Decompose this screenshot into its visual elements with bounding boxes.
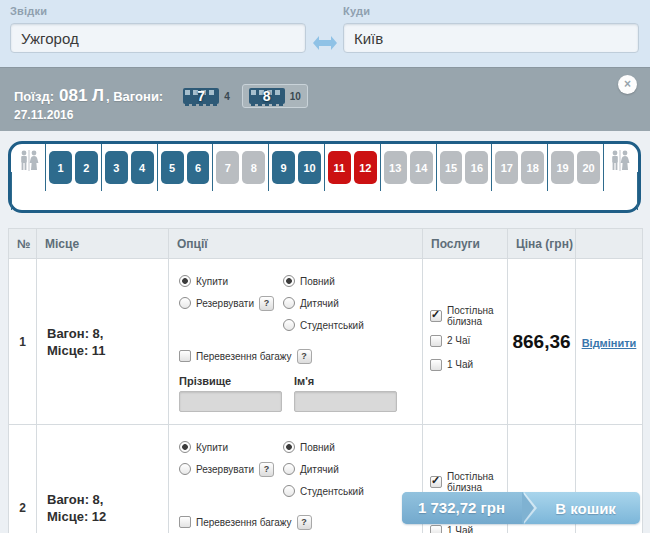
route-section: Звідки Куди	[0, 0, 650, 67]
seat-5[interactable]: 5	[161, 151, 184, 184]
compartment: 9 10	[268, 144, 324, 191]
wagon-free-seats: 10	[290, 91, 301, 102]
booking-table: № Місце Опції Послуги Ціна (грн) 1 Вагон…	[8, 228, 643, 533]
from-input[interactable]	[10, 23, 306, 53]
compartment: 17 18	[491, 144, 547, 191]
seat-20: 20	[577, 151, 600, 184]
seat-1[interactable]: 1	[49, 151, 72, 184]
travel-date: 27.11.2016	[14, 108, 73, 122]
baggage-help-icon[interactable]: ?	[297, 515, 312, 530]
row-services: ✓ Постільна білизна ✓ 2 Чаї ✓ 1 Чай	[423, 259, 508, 425]
seat-10[interactable]: 10	[298, 151, 321, 184]
compartment: 3 4	[101, 144, 157, 191]
cart-widget: 1 732,72 грн В кошик	[402, 492, 640, 524]
wagon-vestibule-right	[604, 144, 638, 210]
child-fare-label: Дитячий	[300, 298, 339, 309]
one-tea-checkbox[interactable]	[430, 525, 442, 533]
full-fare-radio[interactable]	[283, 441, 295, 453]
firstname-input[interactable]	[294, 391, 397, 412]
close-icon[interactable]: ×	[618, 75, 637, 94]
reserve-label: Резервувати	[196, 298, 254, 309]
compartment: 7 8	[212, 144, 268, 191]
buy-label: Купити	[196, 276, 228, 287]
total-price: 1 732,72 грн	[402, 492, 523, 524]
child-fare-radio[interactable]	[283, 297, 295, 309]
student-fare-label: Студентський	[300, 320, 364, 331]
one-tea-label: 1 Чай	[447, 525, 473, 533]
surname-label: Прізвище	[179, 375, 282, 387]
wc-icon	[610, 150, 630, 172]
to-field-group: Куди	[343, 5, 639, 53]
cancel-link[interactable]: Відмінити	[582, 337, 637, 349]
header-place: Місце	[37, 229, 169, 259]
header-price: Ціна (грн)	[508, 229, 576, 259]
baggage-checkbox[interactable]	[179, 350, 191, 362]
train-info-bar: Поїзд: 081 Л , Вагони: 7 4 8 10 27.11.20…	[0, 67, 650, 131]
full-fare-radio[interactable]	[283, 275, 295, 287]
baggage-checkbox[interactable]	[179, 516, 191, 528]
buy-radio[interactable]	[179, 275, 191, 287]
reserve-help-icon[interactable]: ?	[259, 296, 274, 311]
seat-6[interactable]: 6	[187, 151, 210, 184]
add-to-cart-button[interactable]: В кошик	[523, 492, 640, 524]
two-teas-checkbox[interactable]	[430, 335, 442, 347]
compartment: 19 20	[547, 144, 604, 191]
header-options: Опції	[169, 229, 423, 259]
seat-9[interactable]: 9	[272, 151, 295, 184]
one-tea-label: 1 Чай	[447, 359, 473, 370]
seat-16: 16	[465, 151, 488, 184]
row-place: Вагон: 8, Місце: 12	[37, 425, 169, 533]
swap-direction-icon[interactable]	[313, 36, 337, 50]
table-row: 1 Вагон: 8, Місце: 11 Купити Резервувати	[9, 259, 643, 425]
one-tea-checkbox[interactable]	[430, 359, 442, 371]
wagon-option-7[interactable]: 7 4	[177, 85, 236, 107]
child-fare-radio[interactable]	[283, 463, 295, 475]
bedding-checkbox[interactable]	[430, 310, 442, 322]
train-number: 081 Л	[59, 86, 104, 106]
bedding-checkbox[interactable]	[430, 476, 442, 488]
compartment: 11 12	[324, 144, 380, 191]
compartment: 5 6	[157, 144, 213, 191]
student-fare-radio[interactable]	[283, 319, 295, 331]
baggage-label: Перевезення багажу	[196, 517, 292, 528]
buy-radio[interactable]	[179, 441, 191, 453]
table-header-row: № Місце Опції Послуги Ціна (грн)	[9, 229, 643, 259]
seat-2[interactable]: 2	[75, 151, 98, 184]
seat-12[interactable]: 12	[354, 151, 377, 184]
seat-4[interactable]: 4	[131, 151, 154, 184]
row-options: Купити Резервувати ? Повний	[169, 425, 423, 533]
baggage-label: Перевезення багажу	[196, 351, 292, 362]
seat-3[interactable]: 3	[105, 151, 128, 184]
student-fare-radio[interactable]	[283, 485, 295, 497]
row-index: 2	[9, 425, 37, 533]
bedding-label: Постільна білизна	[447, 471, 507, 493]
from-label: Звідки	[10, 5, 306, 17]
compartment: 1 2	[45, 144, 101, 191]
full-fare-label: Повний	[300, 276, 335, 287]
reserve-help-icon[interactable]: ?	[259, 462, 274, 477]
wagon-vestibule-left	[11, 144, 45, 210]
compartment: 15 16	[436, 144, 492, 191]
compartment: 13 14	[380, 144, 436, 191]
to-input[interactable]	[343, 23, 639, 53]
row-place: Вагон: 8, Місце: 11	[37, 259, 169, 425]
door-divider	[637, 172, 638, 210]
reserve-radio[interactable]	[179, 297, 191, 309]
row-index: 1	[9, 259, 37, 425]
baggage-help-icon[interactable]: ?	[297, 349, 312, 364]
reserve-radio[interactable]	[179, 463, 191, 475]
wagon-icon: 8	[249, 88, 285, 104]
buy-label: Купити	[196, 442, 228, 453]
surname-input[interactable]	[179, 391, 282, 412]
row-price: 866,36	[508, 259, 576, 425]
wagon-icon: 7	[183, 88, 219, 104]
wagon-seat-map: 1 2 3 4 5 6 7 8 9 10 11 12 13 14 15 16	[8, 141, 641, 213]
two-teas-label: 2 Чаї	[447, 335, 470, 346]
header-services: Послуги	[423, 229, 508, 259]
train-label: Поїзд:	[14, 89, 54, 104]
seat-11[interactable]: 11	[328, 151, 351, 184]
to-label: Куди	[343, 5, 639, 17]
wagons-label: , Вагони:	[106, 89, 163, 104]
from-field-group: Звідки	[10, 5, 306, 53]
wagon-option-8[interactable]: 8 10	[242, 84, 308, 108]
